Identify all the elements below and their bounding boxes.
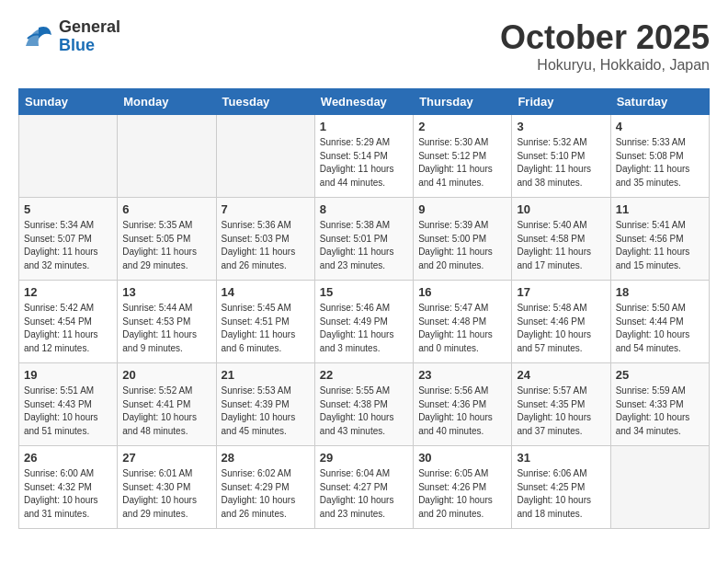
- day-cell: 6Sunrise: 5:35 AM Sunset: 5:05 PM Daylig…: [118, 198, 216, 281]
- day-cell: 22Sunrise: 5:55 AM Sunset: 4:38 PM Dayli…: [314, 363, 413, 446]
- day-number: 27: [122, 451, 210, 465]
- day-info: Sunrise: 5:41 AM Sunset: 4:56 PM Dayligh…: [616, 219, 704, 272]
- day-cell: 21Sunrise: 5:53 AM Sunset: 4:39 PM Dayli…: [216, 363, 314, 446]
- day-info: Sunrise: 5:56 AM Sunset: 4:36 PM Dayligh…: [418, 385, 506, 438]
- week-row-1: 1Sunrise: 5:29 AM Sunset: 5:14 PM Daylig…: [19, 115, 710, 198]
- day-number: 13: [122, 285, 210, 299]
- header-cell-tuesday: Tuesday: [216, 89, 314, 115]
- header-cell-saturday: Saturday: [610, 89, 709, 115]
- day-number: 17: [517, 285, 605, 299]
- header-row: SundayMondayTuesdayWednesdayThursdayFrid…: [19, 89, 710, 115]
- day-number: 1: [320, 120, 408, 133]
- day-info: Sunrise: 6:00 AM Sunset: 4:32 PM Dayligh…: [24, 467, 112, 521]
- day-info: Sunrise: 5:59 AM Sunset: 4:33 PM Dayligh…: [616, 385, 704, 438]
- day-cell: 1Sunrise: 5:29 AM Sunset: 5:14 PM Daylig…: [314, 115, 413, 198]
- day-cell: 26Sunrise: 6:00 AM Sunset: 4:32 PM Dayli…: [19, 446, 118, 529]
- header-cell-thursday: Thursday: [414, 89, 512, 115]
- day-number: 14: [222, 285, 310, 299]
- day-number: 3: [517, 120, 605, 133]
- day-cell: 4Sunrise: 5:33 AM Sunset: 5:08 PM Daylig…: [610, 115, 709, 198]
- week-row-3: 12Sunrise: 5:42 AM Sunset: 4:54 PM Dayli…: [19, 281, 710, 363]
- day-info: Sunrise: 5:47 AM Sunset: 4:48 PM Dayligh…: [418, 302, 506, 355]
- day-cell: [19, 115, 118, 198]
- header-cell-wednesday: Wednesday: [314, 89, 413, 115]
- day-number: 20: [122, 368, 210, 382]
- day-info: Sunrise: 5:57 AM Sunset: 4:35 PM Dayligh…: [517, 385, 605, 438]
- day-info: Sunrise: 5:39 AM Sunset: 5:00 PM Dayligh…: [418, 219, 506, 272]
- day-cell: 16Sunrise: 5:47 AM Sunset: 4:48 PM Dayli…: [414, 281, 512, 363]
- day-info: Sunrise: 5:53 AM Sunset: 4:39 PM Dayligh…: [222, 385, 310, 438]
- header-cell-friday: Friday: [512, 89, 610, 115]
- day-number: 12: [24, 285, 112, 299]
- day-number: 19: [24, 368, 112, 382]
- day-info: Sunrise: 5:51 AM Sunset: 4:43 PM Dayligh…: [24, 385, 112, 438]
- day-cell: 27Sunrise: 6:01 AM Sunset: 4:30 PM Dayli…: [118, 446, 216, 529]
- day-number: 8: [320, 202, 408, 216]
- day-cell: [118, 115, 216, 198]
- day-cell: 5Sunrise: 5:34 AM Sunset: 5:07 PM Daylig…: [19, 198, 118, 281]
- day-info: Sunrise: 5:52 AM Sunset: 4:41 PM Dayligh…: [122, 385, 210, 438]
- day-info: Sunrise: 5:33 AM Sunset: 5:08 PM Dayligh…: [616, 136, 704, 190]
- day-cell: 20Sunrise: 5:52 AM Sunset: 4:41 PM Dayli…: [118, 363, 216, 446]
- day-info: Sunrise: 5:38 AM Sunset: 5:01 PM Dayligh…: [320, 219, 408, 272]
- day-number: 6: [122, 202, 210, 216]
- day-cell: 17Sunrise: 5:48 AM Sunset: 4:46 PM Dayli…: [512, 281, 610, 363]
- logo-blue: Blue: [59, 37, 120, 55]
- day-cell: 19Sunrise: 5:51 AM Sunset: 4:43 PM Dayli…: [19, 363, 118, 446]
- logo-icon: [18, 20, 55, 53]
- logo: General Blue: [18, 18, 120, 55]
- day-number: 4: [616, 120, 704, 133]
- page-header: General Blue October 2025 Hokuryu, Hokka…: [18, 18, 710, 74]
- day-info: Sunrise: 5:48 AM Sunset: 4:46 PM Dayligh…: [517, 302, 605, 355]
- header-cell-monday: Monday: [118, 89, 216, 115]
- day-info: Sunrise: 6:01 AM Sunset: 4:30 PM Dayligh…: [122, 467, 210, 521]
- day-info: Sunrise: 5:45 AM Sunset: 4:51 PM Dayligh…: [222, 302, 310, 355]
- month-title: October 2025: [500, 18, 710, 57]
- day-cell: 7Sunrise: 5:36 AM Sunset: 5:03 PM Daylig…: [216, 198, 314, 281]
- day-number: 18: [616, 285, 704, 299]
- day-number: 30: [418, 451, 506, 465]
- day-number: 15: [320, 285, 408, 299]
- logo-general: General: [59, 18, 120, 37]
- day-cell: 31Sunrise: 6:06 AM Sunset: 4:25 PM Dayli…: [512, 446, 610, 529]
- day-number: 25: [616, 368, 704, 382]
- day-cell: 11Sunrise: 5:41 AM Sunset: 4:56 PM Dayli…: [610, 198, 709, 281]
- day-info: Sunrise: 6:02 AM Sunset: 4:29 PM Dayligh…: [222, 467, 310, 521]
- day-number: 31: [517, 451, 605, 465]
- day-number: 22: [320, 368, 408, 382]
- day-cell: [216, 115, 314, 198]
- day-info: Sunrise: 5:46 AM Sunset: 4:49 PM Dayligh…: [320, 302, 408, 355]
- day-info: Sunrise: 5:36 AM Sunset: 5:03 PM Dayligh…: [222, 219, 310, 272]
- day-number: 16: [418, 285, 506, 299]
- day-number: 10: [517, 202, 605, 216]
- day-cell: 24Sunrise: 5:57 AM Sunset: 4:35 PM Dayli…: [512, 363, 610, 446]
- day-number: 7: [222, 202, 310, 216]
- day-cell: 10Sunrise: 5:40 AM Sunset: 4:58 PM Dayli…: [512, 198, 610, 281]
- day-info: Sunrise: 6:06 AM Sunset: 4:25 PM Dayligh…: [517, 467, 605, 521]
- day-number: 28: [222, 451, 310, 465]
- day-info: Sunrise: 5:32 AM Sunset: 5:10 PM Dayligh…: [517, 136, 605, 190]
- header-cell-sunday: Sunday: [19, 89, 118, 115]
- day-info: Sunrise: 5:42 AM Sunset: 4:54 PM Dayligh…: [24, 302, 112, 355]
- day-number: 21: [222, 368, 310, 382]
- day-number: 26: [24, 451, 112, 465]
- day-cell: [610, 446, 709, 529]
- calendar-table: SundayMondayTuesdayWednesdayThursdayFrid…: [18, 88, 710, 529]
- day-cell: 25Sunrise: 5:59 AM Sunset: 4:33 PM Dayli…: [610, 363, 709, 446]
- day-cell: 30Sunrise: 6:05 AM Sunset: 4:26 PM Dayli…: [414, 446, 512, 529]
- day-cell: 23Sunrise: 5:56 AM Sunset: 4:36 PM Dayli…: [414, 363, 512, 446]
- title-block: October 2025 Hokuryu, Hokkaido, Japan: [500, 18, 710, 74]
- day-info: Sunrise: 6:04 AM Sunset: 4:27 PM Dayligh…: [320, 467, 408, 521]
- day-info: Sunrise: 5:35 AM Sunset: 5:05 PM Dayligh…: [122, 219, 210, 272]
- day-cell: 29Sunrise: 6:04 AM Sunset: 4:27 PM Dayli…: [314, 446, 413, 529]
- day-cell: 3Sunrise: 5:32 AM Sunset: 5:10 PM Daylig…: [512, 115, 610, 198]
- day-cell: 18Sunrise: 5:50 AM Sunset: 4:44 PM Dayli…: [610, 281, 709, 363]
- day-info: Sunrise: 5:40 AM Sunset: 4:58 PM Dayligh…: [517, 219, 605, 272]
- day-number: 9: [418, 202, 506, 216]
- day-cell: 8Sunrise: 5:38 AM Sunset: 5:01 PM Daylig…: [314, 198, 413, 281]
- day-cell: 15Sunrise: 5:46 AM Sunset: 4:49 PM Dayli…: [314, 281, 413, 363]
- day-info: Sunrise: 5:29 AM Sunset: 5:14 PM Dayligh…: [320, 136, 408, 190]
- day-number: 2: [418, 120, 506, 133]
- day-number: 24: [517, 368, 605, 382]
- day-info: Sunrise: 5:55 AM Sunset: 4:38 PM Dayligh…: [320, 385, 408, 438]
